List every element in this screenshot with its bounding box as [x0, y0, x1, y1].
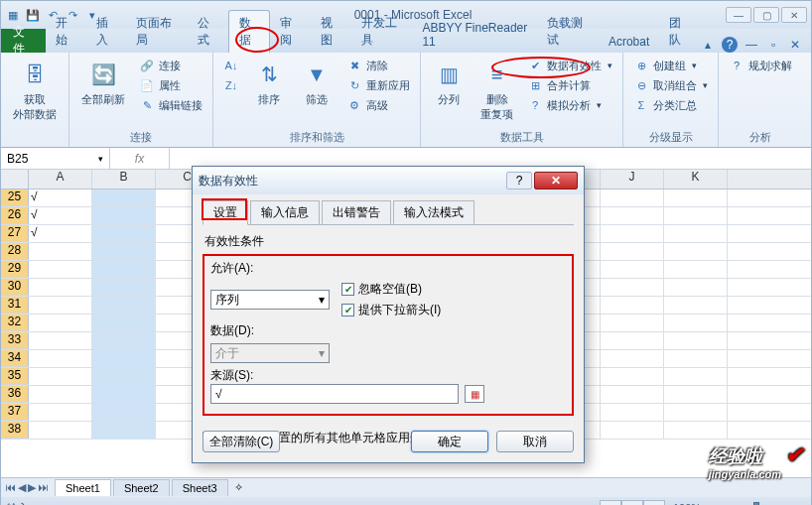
sort-desc-button[interactable]: Z↓ [221, 76, 241, 94]
row-header[interactable]: 36 [1, 386, 29, 403]
fx-icon[interactable]: fx [135, 152, 144, 166]
row-header[interactable]: 28 [1, 243, 29, 260]
cell[interactable] [664, 404, 728, 421]
cell[interactable] [601, 422, 664, 439]
cell[interactable] [92, 243, 156, 260]
column-header[interactable]: K [664, 170, 728, 189]
tab-layout[interactable]: 页面布局 [126, 11, 188, 53]
ok-button[interactable]: 确定 [411, 431, 488, 452]
tab-team[interactable]: 团队 [659, 11, 700, 53]
row-header[interactable]: 35 [1, 368, 29, 385]
maximize-button[interactable]: ▢ [753, 7, 779, 23]
tab-dev[interactable]: 开发工具 [351, 11, 413, 53]
column-header[interactable]: J [601, 170, 664, 189]
cell[interactable] [92, 207, 156, 224]
cell[interactable]: √ [29, 225, 92, 242]
row-header[interactable]: 27 [1, 225, 29, 242]
cell[interactable]: √ [29, 207, 92, 224]
dropdown-checkbox[interactable]: ✔提供下拉箭头(I) [341, 302, 441, 318]
whatif-button[interactable]: ?模拟分析▾ [525, 96, 614, 114]
minimize-ribbon-icon[interactable]: ▴ [700, 37, 716, 53]
cell[interactable] [664, 368, 728, 385]
tab-view[interactable]: 视图 [311, 11, 351, 53]
cell[interactable] [29, 297, 92, 314]
range-picker-button[interactable]: ▦ [465, 385, 484, 403]
column-header[interactable]: B [92, 170, 156, 189]
cell[interactable] [92, 225, 156, 242]
cell[interactable] [29, 368, 92, 385]
ungroup-button[interactable]: ⊖取消组合▾ [631, 76, 710, 94]
cell[interactable] [29, 332, 92, 349]
next-sheet-icon[interactable]: ▶ [28, 481, 36, 494]
group-button[interactable]: ⊕创建组▾ [631, 57, 710, 74]
cell[interactable] [664, 386, 728, 403]
normal-view-icon[interactable]: ▦ [600, 500, 621, 505]
solver-button[interactable]: ?规划求解 [727, 57, 794, 74]
advanced-filter-button[interactable]: ⚙高级 [344, 96, 412, 114]
cell[interactable] [601, 350, 664, 367]
cell[interactable] [601, 279, 664, 296]
tab-acrobat[interactable]: Acrobat [599, 31, 659, 53]
cell[interactable] [664, 243, 728, 260]
new-sheet-icon[interactable]: ✧ [228, 481, 249, 494]
cell[interactable] [664, 350, 728, 367]
remove-dup-button[interactable]: ≡ 删除 重复项 [476, 57, 517, 124]
cell[interactable] [92, 189, 156, 206]
cell[interactable] [601, 332, 664, 349]
save-icon[interactable]: 💾 [25, 7, 41, 23]
cell[interactable] [92, 261, 156, 278]
clear-filter-button[interactable]: ✖清除 [344, 57, 412, 74]
cell[interactable] [29, 279, 92, 296]
dlg-tab-error[interactable]: 出错警告 [322, 200, 391, 225]
row-header[interactable]: 37 [1, 404, 29, 421]
dlg-tab-input[interactable]: 输入信息 [250, 200, 320, 225]
cell[interactable] [92, 315, 156, 331]
cell[interactable] [92, 279, 156, 296]
cell[interactable] [92, 297, 156, 314]
tab-review[interactable]: 审阅 [270, 11, 311, 53]
cell[interactable]: √ [29, 189, 92, 206]
dlg-tab-settings[interactable]: 设置 [203, 200, 248, 225]
subtotal-button[interactable]: Σ分类汇总 [631, 96, 710, 114]
ignore-blank-checkbox[interactable]: ✔忽略空值(B) [341, 281, 441, 298]
row-header[interactable]: 31 [1, 297, 29, 314]
cell[interactable] [664, 315, 728, 331]
properties-button[interactable]: 📄属性 [137, 76, 204, 94]
tab-home[interactable]: 开始 [46, 11, 86, 53]
prev-sheet-icon[interactable]: ◀ [18, 481, 26, 494]
cell[interactable] [92, 368, 156, 385]
window-close2-icon[interactable]: ✕ [787, 37, 803, 53]
sheet-tab-2[interactable]: Sheet2 [113, 479, 170, 496]
name-box[interactable]: B25 ▾ [1, 148, 110, 169]
cell[interactable] [664, 279, 728, 296]
last-sheet-icon[interactable]: ⏭ [38, 481, 49, 494]
cell[interactable] [29, 422, 92, 439]
column-header[interactable]: A [29, 170, 92, 189]
get-external-data-button[interactable]: 🗄 获取 外部数据 [9, 57, 61, 124]
cell[interactable] [92, 350, 156, 367]
cancel-button[interactable]: 取消 [496, 431, 574, 452]
page-layout-icon[interactable]: ▤ [621, 500, 643, 505]
filter-button[interactable]: ▼ 筛选 [297, 57, 337, 109]
refresh-all-button[interactable]: 🔄 全部刷新 [77, 57, 129, 109]
cell[interactable] [29, 404, 92, 421]
cell[interactable] [92, 404, 156, 421]
clear-all-button[interactable]: 全部清除(C) [203, 431, 280, 452]
allow-select[interactable]: 序列 ▾ [210, 290, 330, 310]
cell[interactable] [92, 422, 156, 439]
help-icon[interactable]: ? [722, 37, 738, 53]
cell[interactable] [664, 189, 728, 206]
tab-data[interactable]: 数据 [228, 10, 271, 53]
cell[interactable] [601, 243, 664, 260]
cell[interactable] [92, 386, 156, 403]
dlg-tab-ime[interactable]: 输入法模式 [393, 200, 474, 225]
row-header[interactable]: 38 [1, 422, 29, 439]
cell[interactable] [601, 189, 664, 206]
row-header[interactable]: 32 [1, 315, 29, 331]
cell[interactable] [664, 297, 728, 314]
cell[interactable] [664, 207, 728, 224]
sheet-tab-1[interactable]: Sheet1 [55, 479, 111, 496]
row-header[interactable]: 33 [1, 332, 29, 349]
tab-abbyy[interactable]: ABBYY FineReader 11 [412, 17, 537, 53]
row-header[interactable]: 29 [1, 261, 29, 278]
